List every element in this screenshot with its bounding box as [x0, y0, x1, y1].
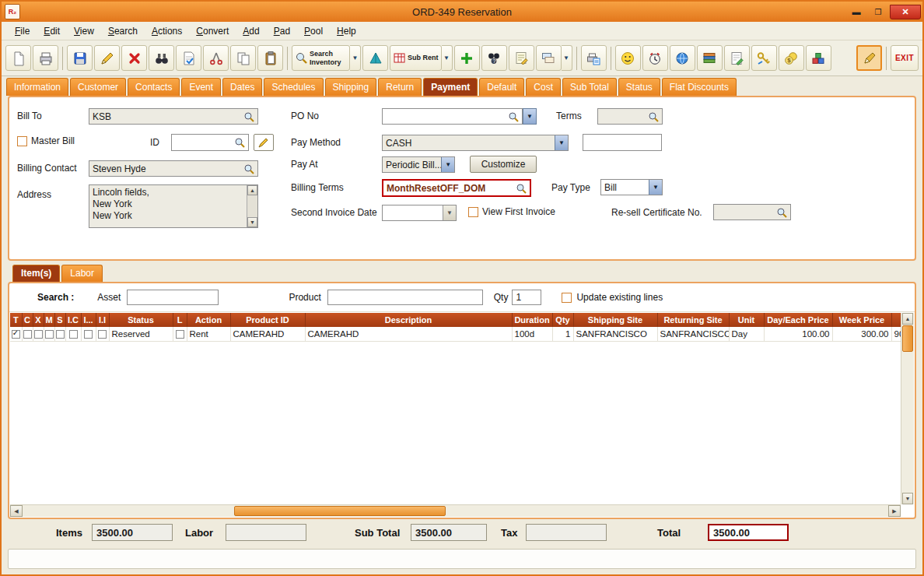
cut-button[interactable] [203, 45, 229, 71]
col-returning-site[interactable]: Returning Site [657, 313, 729, 327]
pay-type-combo[interactable]: Bill▼ [600, 179, 663, 195]
scroll-left-icon[interactable]: ◀ [10, 505, 23, 517]
pay-at-combo[interactable]: Periodic Bill...▼ [382, 156, 455, 173]
minimize-button[interactable]: ▬ [846, 5, 866, 19]
menu-pool[interactable]: Pool [297, 23, 330, 39]
po-no-field[interactable] [382, 108, 523, 125]
menu-help[interactable]: Help [330, 23, 363, 39]
search-icon[interactable] [508, 111, 519, 122]
chevron-down-icon[interactable]: ▼ [443, 205, 456, 220]
row-ic-checkbox[interactable] [69, 330, 78, 339]
tab-shipping[interactable]: Shipping [325, 78, 377, 96]
tab-sub-total[interactable]: Sub Total [562, 78, 617, 96]
scroll-down-icon[interactable]: ▼ [247, 217, 257, 227]
col-description[interactable]: Description [305, 313, 512, 327]
menu-pad[interactable]: Pad [267, 23, 297, 39]
master-bill-checkbox[interactable] [17, 136, 27, 146]
billing-contact-field[interactable]: Steven Hyde [89, 160, 258, 177]
col-duration[interactable]: Duration [512, 313, 552, 327]
delete-button[interactable] [121, 45, 147, 71]
scroll-up-icon[interactable]: ▲ [247, 185, 257, 195]
col-c[interactable]: C [22, 313, 33, 327]
col-month[interactable]: Month [891, 313, 901, 327]
menu-view[interactable]: View [67, 23, 101, 39]
copy-button[interactable] [230, 45, 256, 71]
inventory-button[interactable] [362, 45, 388, 71]
row-t-checkbox[interactable] [12, 330, 20, 339]
add-line-button[interactable] [454, 45, 480, 71]
pay-method-extra-field[interactable] [583, 134, 662, 151]
vertical-scroll-thumb[interactable] [902, 325, 913, 352]
bill-to-field[interactable]: KSB [89, 108, 258, 125]
col-s[interactable]: S [54, 313, 65, 327]
packages-button[interactable] [806, 45, 831, 71]
col-action[interactable]: Action [187, 313, 230, 327]
notes-button[interactable] [724, 45, 750, 71]
signature-button[interactable] [856, 45, 882, 71]
col-shipping-site[interactable]: Shipping Site [573, 313, 657, 327]
key-button[interactable] [751, 45, 777, 71]
col-ic[interactable]: I.C [65, 313, 81, 327]
exit-button[interactable]: EXIT [891, 45, 919, 71]
menu-convert[interactable]: Convert [189, 23, 236, 39]
horizontal-scroll-thumb[interactable] [234, 506, 446, 516]
col-week-price[interactable]: Week Price [832, 313, 891, 327]
table-row[interactable]: Reserved Rent CAMERAHD CAMERAHD 100d 1 S… [10, 327, 901, 341]
pool-button[interactable]: ? [481, 45, 507, 71]
tab-dates[interactable]: Dates [222, 78, 262, 96]
edit-button[interactable] [94, 45, 120, 71]
search-icon[interactable] [243, 163, 254, 174]
tab-contacts[interactable]: Contacts [128, 78, 180, 96]
resell-certificate-field[interactable] [713, 204, 791, 220]
id-field[interactable] [171, 134, 249, 151]
col-t[interactable]: T [10, 313, 22, 327]
print-setup-button[interactable] [581, 45, 607, 71]
view-first-invoice-checkbox[interactable] [468, 207, 478, 217]
asset-input[interactable] [127, 290, 219, 305]
sub-rent-button[interactable]: Sub Rent [390, 45, 442, 71]
money-button[interactable]: $ [779, 45, 804, 71]
col-ii[interactable]: I.I [96, 313, 109, 327]
scroll-down-icon[interactable]: ▼ [902, 493, 913, 504]
tab-flat-discounts[interactable]: Flat Discounts [662, 78, 737, 96]
tab-event[interactable]: Event [181, 78, 221, 96]
tab-labor[interactable]: Labor [61, 265, 103, 282]
verify-button[interactable] [176, 45, 201, 71]
col-product-id[interactable]: Product ID [230, 313, 305, 327]
tab-cost[interactable]: Cost [526, 78, 561, 96]
search-icon[interactable] [243, 111, 254, 122]
row-x-checkbox[interactable] [34, 330, 43, 339]
cards-button[interactable] [536, 45, 562, 71]
search-icon[interactable] [516, 183, 527, 194]
row-idot-checkbox[interactable] [84, 330, 93, 339]
search-icon[interactable] [234, 137, 245, 148]
tab-customer[interactable]: Customer [70, 78, 126, 96]
save-button[interactable] [67, 45, 93, 71]
row-m-checkbox[interactable] [45, 330, 54, 339]
col-x[interactable]: X [33, 313, 44, 327]
find-button[interactable] [149, 45, 174, 71]
billing-terms-field[interactable]: MonthResetOFF_DOM [382, 179, 531, 197]
row-c-checkbox[interactable] [23, 330, 32, 339]
scroll-right-icon[interactable]: ▶ [888, 505, 901, 517]
menu-edit[interactable]: Edit [37, 23, 67, 39]
horizontal-scrollbar[interactable]: ◀ ▶ [10, 504, 901, 517]
tab-payment[interactable]: Payment [423, 78, 478, 96]
menu-file[interactable]: File [8, 23, 37, 39]
row-ii-checkbox[interactable] [98, 330, 107, 339]
tab-return[interactable]: Return [378, 78, 422, 96]
new-button[interactable] [5, 45, 31, 71]
tab-information[interactable]: Information [6, 78, 68, 96]
catalog-button[interactable] [697, 45, 723, 71]
tab-status[interactable]: Status [618, 78, 660, 96]
search-icon[interactable] [648, 111, 659, 122]
paste-button[interactable] [257, 45, 283, 71]
terms-field[interactable] [597, 108, 663, 125]
col-l[interactable]: L [173, 313, 187, 327]
col-m[interactable]: M [44, 313, 54, 327]
customize-button[interactable]: Customize [470, 156, 537, 173]
scroll-up-icon[interactable]: ▲ [902, 313, 913, 325]
search-inventory-dropdown[interactable]: ▼ [350, 45, 361, 71]
po-no-dropdown[interactable]: ▼ [523, 108, 537, 125]
search-icon[interactable] [776, 207, 787, 218]
